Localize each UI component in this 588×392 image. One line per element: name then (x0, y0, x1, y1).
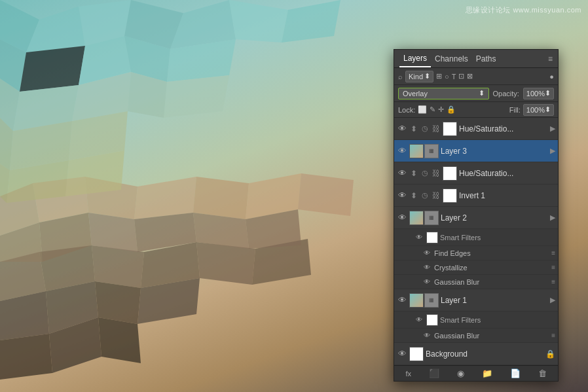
layer-row[interactable]: 👁 ⬍ ◷ ⛓ Hue/Saturatio... (394, 162, 558, 185)
fx-button[interactable]: fx (403, 370, 414, 378)
visibility-icon[interactable]: 👁 (414, 234, 424, 241)
lock-label: Lock: (398, 106, 415, 114)
new-group-button[interactable]: 📁 (479, 368, 495, 378)
layer-options-icon[interactable]: ▶ (550, 296, 555, 304)
layer-thumb-mask: ▦ (424, 293, 439, 308)
visibility-icon[interactable]: 👁 (397, 349, 407, 359)
filter-effect-name: Gaussian Blur (434, 332, 549, 340)
smart-filters-label: Smart Filters (440, 234, 555, 241)
filter-options-icon[interactable]: ≡ (551, 278, 555, 285)
layer-thumbnail-group: ▦ (409, 211, 439, 225)
new-layer-button[interactable]: 📄 (507, 368, 523, 378)
visibility-icon[interactable]: 👁 (397, 213, 407, 223)
tab-layers[interactable]: Layers (399, 50, 431, 67)
visibility-icon[interactable]: 👁 (397, 295, 407, 305)
lock-layer-icon: 🔒 (545, 349, 555, 359)
svg-marker-16 (164, 75, 229, 118)
opacity-input[interactable]: 100% ⬍ (523, 88, 554, 99)
visibility-icon[interactable]: 👁 (422, 332, 432, 339)
filter-effect-name: Find Edges (434, 249, 549, 257)
svg-marker-5 (229, 0, 288, 43)
tab-paths[interactable]: Paths (472, 50, 500, 67)
filter-options-icon[interactable]: ≡ (551, 264, 555, 271)
panel-menu-icon[interactable]: ≡ (548, 54, 553, 63)
fill-value-text: 100% (526, 106, 545, 114)
filter-icon-4[interactable]: ⊡ (458, 72, 464, 80)
layers-list: 👁 ⬍ ◷ ⛓ Hue/Saturatio... ▶ 👁 ▦ Layer 3 ▶… (394, 118, 558, 365)
visibility-icon[interactable]: 👁 (422, 264, 432, 271)
blend-mode-arrow: ⬍ (479, 89, 485, 98)
layer-row[interactable]: 👁 Smart Filters (394, 229, 558, 246)
fill-input[interactable]: 100% ⬍ (523, 104, 554, 116)
search-icon: ⌕ (398, 73, 403, 80)
chain-icon: ⛓ (432, 169, 441, 178)
blend-mode-select[interactable]: Overlay ⬍ (398, 88, 489, 99)
filter-options-icon[interactable]: ≡ (551, 332, 555, 339)
layer-thumbnail (443, 188, 457, 203)
layer-row[interactable]: 👁 Find Edges ≡ (394, 246, 558, 260)
svg-marker-33 (0, 334, 52, 380)
visibility-icon[interactable]: 👁 (422, 278, 432, 285)
filter-icon-2[interactable]: ○ (445, 73, 449, 80)
filter-icon-3[interactable]: T (452, 73, 456, 80)
opacity-arrow-icon: ⬍ (545, 89, 551, 98)
layer-row[interactable]: 👁 ⬍ ◷ ⛓ Invert 1 (394, 185, 558, 207)
visibility-icon[interactable]: 👁 (397, 168, 407, 178)
layer-thumbnail (409, 347, 424, 361)
layer-name: Background (426, 349, 543, 359)
layer-options-icon[interactable]: ▶ (550, 213, 555, 222)
layer-row[interactable]: 👁 Gaussian Blur ≡ (394, 329, 558, 343)
layer-thumbnail (426, 314, 438, 326)
filter-icon-5[interactable]: ⊠ (467, 72, 473, 80)
adjustment-layer-button[interactable]: ◉ (454, 368, 467, 378)
lock-icon-checkerboard[interactable]: ⬜ (418, 105, 427, 114)
lock-icon-move[interactable]: ✛ (438, 105, 444, 114)
svg-marker-6 (282, 0, 340, 43)
kind-select[interactable]: Kind ⬍ (405, 71, 433, 82)
svg-marker-27 (196, 242, 255, 285)
layer-name: Hue/Saturatio... (459, 169, 555, 178)
lock-icon-lock[interactable]: 🔒 (447, 105, 456, 114)
kind-label: Kind (409, 73, 423, 80)
adj-circle-icon: ◷ (420, 124, 430, 133)
layer-row[interactable]: 👁 ⬍ ◷ ⛓ Hue/Saturatio... ▶ (394, 118, 558, 140)
layer-options-icon[interactable]: ▶ (550, 124, 555, 133)
layer-thumb-mask: ▦ (424, 211, 439, 225)
svg-marker-25 (92, 245, 144, 288)
add-mask-button[interactable]: ⬛ (426, 368, 442, 378)
layer-row[interactable]: 👁 ▦ Layer 3 ▶ (394, 140, 558, 162)
visibility-icon[interactable]: 👁 (422, 249, 432, 257)
mask-icon: ▦ (429, 148, 434, 154)
layer-row[interactable]: 👁 ▦ Layer 2 ▶ (394, 207, 558, 229)
svg-marker-20 (134, 177, 196, 219)
visibility-icon[interactable]: 👁 (397, 146, 407, 156)
visibility-icon[interactable]: 👁 (414, 316, 424, 323)
visibility-icon[interactable]: 👁 (397, 190, 407, 200)
lock-icon-brush[interactable]: ✎ (430, 105, 435, 114)
layer-thumb-main (409, 293, 424, 308)
lock-row: Lock: ⬜ ✎ ✛ 🔒 Fill: 100% ⬍ (394, 102, 558, 118)
delete-layer-button[interactable]: 🗑 (536, 368, 549, 378)
layer-row[interactable]: 👁 ▦ Layer 1 ▶ (394, 289, 558, 312)
layer-options-icon[interactable]: ▶ (550, 147, 555, 155)
layer-row[interactable]: 👁 Crystallize ≡ (394, 260, 558, 275)
layer-name: Hue/Saturatio... (459, 124, 548, 134)
filter-toggle[interactable]: ● (549, 73, 554, 80)
layer-thumbnail (426, 232, 438, 243)
visibility-icon[interactable]: 👁 (397, 124, 407, 134)
blend-mode-value: Overlay (403, 90, 428, 98)
layer-row[interactable]: 👁 Gaussian Blur ≡ (394, 275, 558, 289)
svg-marker-21 (193, 177, 249, 219)
chain-icon: ⛓ (432, 124, 441, 134)
svg-marker-42 (298, 173, 354, 216)
tab-channels[interactable]: Channels (431, 50, 472, 67)
mask-icon: ▦ (429, 297, 434, 303)
layer-row[interactable]: 👁 Smart Filters (394, 312, 558, 329)
layer-thumbnail (443, 122, 457, 136)
layer-row[interactable]: 👁 Background 🔒 (394, 343, 558, 365)
link-icon: ⬍ (409, 169, 418, 178)
filter-options-icon[interactable]: ≡ (551, 249, 555, 257)
layer-thumbnail-group: ▦ (409, 293, 439, 308)
adj-circle-icon: ◷ (420, 169, 430, 177)
filter-icon-1[interactable]: ⊞ (436, 72, 442, 80)
